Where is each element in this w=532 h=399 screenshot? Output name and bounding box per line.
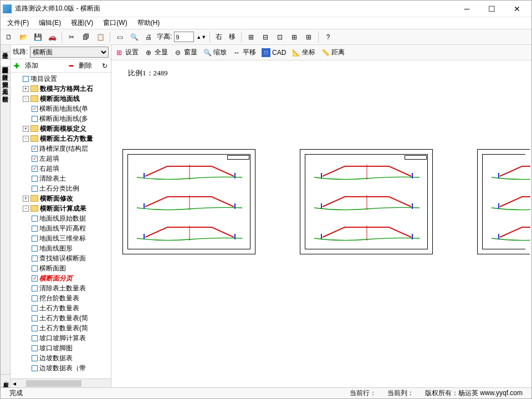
tree-node[interactable]: 土石方数量表(简	[11, 313, 111, 323]
vtab-0[interactable]: 导线平差	[1, 45, 10, 52]
vtab-5[interactable]: 常用工具	[1, 81, 10, 88]
close-button[interactable]: ✕	[504, 1, 529, 17]
checkbox-icon[interactable]: ✓	[32, 166, 38, 172]
open-file-icon[interactable]: 📂	[17, 31, 29, 43]
drawing-canvas[interactable]: 比例1：2489	[111, 60, 531, 387]
checkbox-icon[interactable]	[32, 305, 38, 311]
tree-node[interactable]: -横断面地面线	[11, 94, 111, 104]
paste-icon[interactable]: 📋	[94, 31, 106, 43]
tree-node[interactable]: 土石分类比例	[11, 183, 111, 193]
line-select[interactable]: 横断面	[30, 47, 109, 58]
tb2-dist[interactable]: 📏距离	[321, 48, 345, 57]
add-label[interactable]: 添加	[25, 61, 38, 70]
checkbox-icon[interactable]	[32, 365, 38, 371]
layout4-icon[interactable]: ⊞	[288, 31, 300, 43]
checkbox-icon[interactable]	[32, 295, 38, 301]
vtab-6[interactable]: 软件帮助	[1, 88, 10, 95]
checkbox-icon[interactable]	[32, 335, 38, 341]
tree-node[interactable]: +数模与方格网土石	[11, 84, 111, 94]
add-plus-icon[interactable]: ✚	[14, 62, 19, 70]
tree-node[interactable]: 地面线三维坐标	[11, 233, 111, 243]
vtab-3[interactable]: 隧道分析	[1, 66, 10, 74]
expand-icon[interactable]: -	[23, 206, 29, 212]
layout1-icon[interactable]: ⊞	[245, 31, 257, 43]
save-icon[interactable]: 💾	[32, 31, 44, 43]
menu-window[interactable]: 窗口(W)	[99, 17, 131, 29]
preview-icon[interactable]: 🔍	[128, 31, 140, 43]
refresh-icon[interactable]: ↻	[102, 62, 108, 70]
tree-node[interactable]: 地面线平距高程	[11, 223, 111, 233]
tree-node[interactable]: 查找错误横断面	[11, 253, 111, 263]
checkbox-icon[interactable]	[32, 265, 38, 272]
tree-node[interactable]: +横断面模板定义	[11, 124, 111, 134]
tb2-settings[interactable]: ⊞设置	[115, 48, 139, 57]
menu-help[interactable]: 帮助(H)	[133, 17, 165, 29]
tree-node[interactable]: 清除表土	[11, 173, 111, 183]
layout5-icon[interactable]: ⊞	[303, 31, 315, 43]
checkbox-icon[interactable]: ✓	[32, 275, 38, 282]
tb2-zoomwin[interactable]: ⊖窗显	[173, 48, 197, 57]
help-icon[interactable]: ?	[322, 31, 334, 43]
page-icon[interactable]: ▭	[114, 31, 126, 43]
tree-node[interactable]: ✓横断面地面线(单	[11, 104, 111, 114]
checkbox-icon[interactable]: ✓	[32, 106, 38, 112]
expand-icon[interactable]: -	[23, 96, 29, 102]
right-label[interactable]: 右	[213, 32, 224, 42]
checkbox-icon[interactable]	[32, 226, 38, 232]
menu-file[interactable]: 文件(F)	[3, 17, 33, 29]
expand-icon[interactable]: +	[23, 196, 29, 202]
vtab-2[interactable]: 横断工程	[1, 59, 10, 66]
tree-node[interactable]: ✓路槽深度(结构层	[11, 144, 111, 154]
checkbox-icon[interactable]	[32, 116, 38, 122]
menu-edit[interactable]: 编辑(E)	[34, 17, 65, 29]
tree-node[interactable]: 地面线原始数据	[11, 213, 111, 223]
tree-node[interactable]: 清除表土数量表	[11, 283, 111, 293]
tree-node[interactable]: 横断面地面线(多	[11, 114, 111, 124]
checkbox-icon[interactable]	[32, 186, 38, 192]
checkbox-icon[interactable]: ✓	[32, 156, 38, 162]
layout3-icon[interactable]: ⊡	[274, 31, 286, 43]
layout2-icon[interactable]: ⊟	[259, 31, 272, 43]
tree-node[interactable]: 项目设置	[11, 74, 111, 84]
tb2-cad[interactable]: □CAD	[262, 48, 286, 57]
checkbox-icon[interactable]	[32, 315, 38, 321]
tree-node[interactable]: ✓左超填	[11, 154, 111, 163]
tree-node[interactable]: ✓右超填	[11, 163, 111, 173]
checkbox-icon[interactable]	[32, 255, 38, 262]
del-label[interactable]: 删除	[79, 61, 92, 70]
vtab-4[interactable]: 局部测设	[1, 74, 10, 81]
tree-node[interactable]: -横断面计算成果	[11, 203, 111, 213]
tree-node[interactable]: 坡口坡脚计算表	[11, 333, 111, 343]
cut-icon[interactable]: ✂	[65, 31, 78, 43]
checkbox-icon[interactable]	[32, 325, 38, 331]
car-icon[interactable]: 🚗	[46, 31, 58, 43]
tree-node[interactable]: 边坡数据表	[11, 353, 111, 363]
tree-node[interactable]: 坡口坡脚图	[11, 343, 111, 353]
print-icon[interactable]: 🖨	[142, 31, 155, 43]
tree-node[interactable]: 土石方数量表(简	[11, 323, 111, 333]
minimize-button[interactable]: ─	[454, 1, 479, 17]
tb2-coord[interactable]: 📐坐标	[291, 48, 315, 57]
expand-icon[interactable]: -	[23, 136, 29, 142]
checkbox-icon[interactable]	[32, 236, 38, 242]
tree-node[interactable]: 挖台阶数量表	[11, 293, 111, 303]
tree-node[interactable]: 地面线图形	[11, 243, 111, 253]
tree-node[interactable]: 边坡数据表（带	[11, 363, 111, 373]
font-height-input[interactable]	[174, 32, 194, 42]
tb2-pan[interactable]: ↔平移	[232, 48, 256, 57]
tb2-zoom[interactable]: 🔍缩放	[203, 48, 227, 57]
checkbox-icon[interactable]	[32, 176, 38, 182]
checkbox-icon[interactable]	[32, 285, 38, 291]
checkbox-icon[interactable]	[32, 355, 38, 361]
checkbox-icon[interactable]	[32, 216, 38, 222]
move-label[interactable]: 移	[227, 32, 238, 42]
vtab-1[interactable]: 全线测设	[1, 52, 10, 59]
tb2-fit[interactable]: ⊕全显	[144, 48, 168, 57]
checkbox-icon[interactable]	[32, 245, 38, 252]
expand-icon[interactable]: +	[23, 86, 29, 92]
tree-node[interactable]: +横断面修改	[11, 193, 111, 203]
tree-node[interactable]: -横断面土石方数量	[11, 134, 111, 144]
new-file-icon[interactable]: 🗋	[3, 31, 15, 43]
expand-icon[interactable]: +	[23, 126, 29, 132]
tree-node[interactable]: 横断面图	[11, 263, 111, 273]
